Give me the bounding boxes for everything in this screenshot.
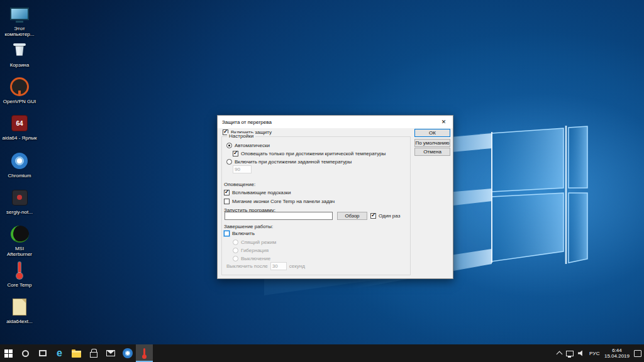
shutdown-enable-label: Включить	[232, 231, 255, 236]
msi-afterburner-icon	[9, 224, 30, 244]
auto-radio[interactable]: Автоматически	[226, 143, 270, 148]
language-indicator[interactable]: РУС	[589, 351, 600, 356]
mail-button[interactable]	[102, 344, 119, 362]
flash-icon-checkbox[interactable]: Мигание иконки Core Temp на панели задач	[224, 199, 335, 204]
auto-radio-label: Автоматически	[235, 143, 270, 148]
desktop-icon-this-pc[interactable]: Этот компьютер...	[1, 4, 38, 37]
shutdown-enable-checkbox[interactable]: Включить	[224, 231, 255, 236]
at-temp-radio[interactable]: Включить при достижении заданной темпера…	[226, 159, 352, 165]
desktop-icon-msi-afterburner[interactable]: MSI Afterburner	[1, 224, 38, 257]
clock-date: 15.04.2019	[604, 353, 630, 359]
shopping-bag-icon	[90, 352, 97, 358]
desktop-icon-label: aida64 - Ярлык	[2, 135, 37, 141]
close-icon[interactable]: ✕	[435, 116, 453, 128]
notify-critical-label: Оповещать только при достижении критичес…	[241, 151, 386, 156]
search-icon	[22, 350, 29, 357]
thermometer-icon	[142, 348, 148, 359]
desktop-icon-sergiy[interactable]: sergiy-not...	[1, 187, 38, 215]
shutdown-after-row: Выключить после секунд	[226, 262, 305, 270]
desktop-icon-label: Chromium	[2, 173, 37, 178]
openvpn-icon	[9, 77, 30, 97]
checkbox-box	[224, 190, 230, 195]
windows-logo-icon	[4, 349, 13, 358]
popup-hints-checkbox[interactable]: Всплывающие подсказки	[224, 190, 291, 195]
document-icon	[9, 297, 30, 317]
settings-groupbox: Настройки	[221, 136, 411, 275]
edge-button[interactable]: e	[51, 344, 68, 362]
core-temp-taskbar-button[interactable]	[136, 344, 153, 362]
recycle-bin-icon	[9, 40, 30, 60]
hibernate-radio: Гибернация	[233, 248, 269, 253]
chevron-up-icon[interactable]	[557, 351, 563, 358]
dialog-titlebar[interactable]: Защита от перегрева ✕	[218, 116, 453, 128]
store-button[interactable]	[85, 344, 102, 362]
shutdown-after-label: Выключить после	[226, 263, 268, 269]
seconds-label: секунд	[289, 263, 305, 269]
desktop-icon-label: aida64ext...	[2, 319, 37, 324]
checkbox-box	[370, 213, 376, 219]
clock[interactable]: 6:44 15.04.2019	[604, 348, 630, 359]
checkbox-box	[233, 151, 238, 156]
overheat-protection-dialog: Защита от перегрева ✕ Включить защиту На…	[217, 115, 453, 279]
popup-hints-label: Всплывающие подсказки	[232, 190, 291, 195]
desktop-icon-label: Этот компьютер...	[2, 26, 37, 37]
shutdown-seconds-field	[270, 262, 287, 270]
radio-circle	[233, 248, 238, 253]
tray-display-icon[interactable]	[566, 351, 574, 356]
radio-circle	[226, 143, 232, 148]
search-button[interactable]	[17, 344, 34, 362]
folder-icon	[72, 351, 81, 358]
once-checkbox[interactable]: Один раз	[370, 213, 400, 219]
dialog-title: Защита от перегрева	[218, 119, 272, 125]
desktop-icon-chromium[interactable]: Chromium	[1, 151, 38, 178]
chromium-taskbar-button[interactable]	[119, 344, 136, 362]
edge-icon: e	[57, 348, 62, 358]
notification-section-label: Оповещение:	[224, 182, 255, 187]
system-tray: РУС 6:44 15.04.2019	[557, 344, 644, 362]
desktop-icon-label: sergiy-not...	[2, 209, 37, 215]
desktop-icon-recycle-bin[interactable]: Корзина	[1, 40, 38, 68]
aida64-icon	[9, 113, 30, 133]
desktop-icon-label: MSI Afterburner	[2, 246, 37, 257]
app-shortcut-icon	[9, 187, 30, 207]
file-explorer-button[interactable]	[68, 344, 85, 362]
desktop-icon-label: OpenVPN GUI	[2, 99, 37, 104]
desktop-icon-openvpn[interactable]: OpenVPN GUI	[1, 77, 38, 104]
once-label: Один раз	[379, 213, 400, 219]
radio-circle	[226, 159, 232, 165]
temperature-field	[233, 165, 252, 173]
settings-group-label: Настройки	[227, 133, 255, 139]
task-view-button[interactable]	[34, 344, 51, 362]
action-center-icon[interactable]	[634, 350, 641, 357]
clock-time: 6:44	[604, 348, 630, 353]
start-button[interactable]	[0, 344, 17, 362]
hibernate-radio-label: Гибернация	[241, 248, 269, 253]
radio-circle	[233, 256, 238, 261]
radio-circle	[233, 239, 238, 245]
browse-button[interactable]: Обзор	[337, 212, 367, 220]
program-path-input[interactable]	[225, 212, 333, 220]
defaults-button[interactable]: По умолчанию	[414, 139, 450, 147]
power-off-radio: Выключение	[233, 256, 270, 261]
at-temp-radio-label: Включить при достижении заданной темпера…	[235, 159, 352, 165]
flash-icon-label: Мигание иконки Core Temp на панели задач	[232, 199, 335, 204]
desktop-icon-core-temp[interactable]: Core Temp	[1, 260, 38, 288]
taskbar: e РУС 6:44 15.04.2019	[0, 344, 644, 362]
shutdown-section-label: Завершение работы:	[224, 224, 273, 229]
chromium-icon	[123, 348, 133, 358]
checkbox-box	[224, 231, 230, 236]
notify-critical-checkbox[interactable]: Оповещать только при достижении критичес…	[233, 151, 386, 156]
desktop-icon-label: Core Temp	[2, 282, 37, 288]
desktop-icon-label: Корзина	[2, 62, 37, 68]
power-off-radio-label: Выключение	[241, 256, 270, 261]
task-view-icon	[39, 350, 47, 356]
desktop-icon-aida64[interactable]: aida64 - Ярлык	[1, 113, 38, 141]
tray-volume-icon[interactable]	[578, 350, 585, 356]
envelope-icon	[106, 350, 115, 356]
ok-button[interactable]: ОК	[414, 129, 450, 137]
this-pc-icon	[9, 4, 30, 24]
chromium-icon	[9, 151, 30, 171]
sleep-radio-label: Спящий режим	[241, 239, 276, 245]
desktop-icon-aida64ext[interactable]: aida64ext...	[1, 297, 38, 324]
cancel-button[interactable]: Отмена	[414, 148, 450, 156]
